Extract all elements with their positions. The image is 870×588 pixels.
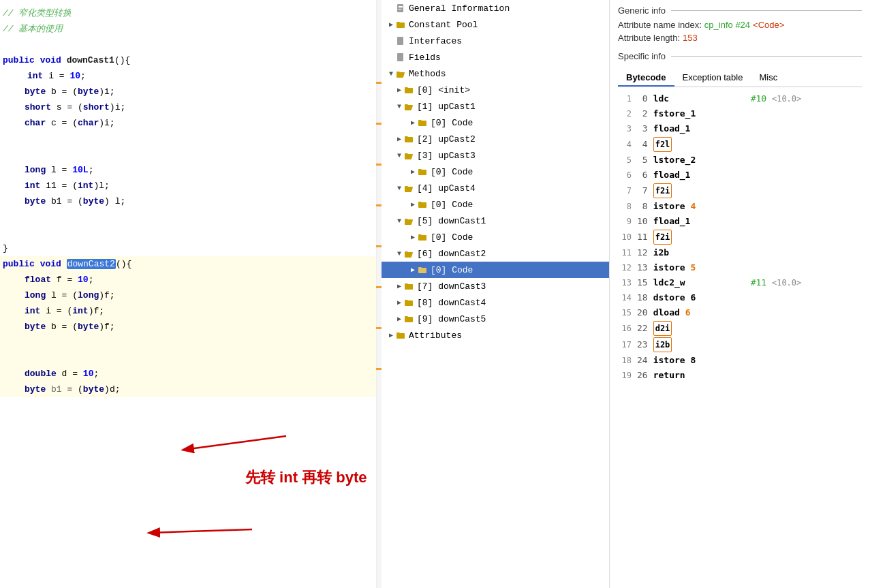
scroll-marker-3 — [376, 164, 382, 166]
code-line-23 — [0, 350, 381, 366]
right-panel: Generic info Attribute name index: cp_in… — [610, 0, 870, 588]
scroll-marker-8 — [376, 368, 382, 370]
bc-row-14: 14 18 dstore 6 — [618, 290, 862, 305]
tree-label: [0] <init> — [417, 85, 470, 95]
tree-label: [4] upCast4 — [417, 183, 476, 194]
folder-open-icon — [395, 68, 406, 79]
tab-bytecode[interactable]: Bytecode — [618, 69, 674, 87]
tree-item-upcast1[interactable]: ▼ [1] upCast1 — [382, 98, 609, 114]
folder-icon — [403, 84, 414, 95]
file-icon — [395, 35, 406, 46]
code-line-21: byte b = (byte)f; — [0, 319, 381, 335]
code-line-18: float f = 10; — [0, 272, 381, 288]
code-line-10 — [0, 146, 381, 162]
code-line-1: // 窄化类型转换 — [0, 5, 381, 21]
tab-misc[interactable]: Misc — [751, 69, 786, 87]
folder-icon — [403, 134, 414, 144]
folder-open-icon — [403, 215, 414, 226]
code-line-12: int i1 = (int)l; — [0, 178, 381, 194]
tree-item-downcast2-code[interactable]: ▶ [0] Code — [382, 262, 609, 278]
folder-icon — [403, 281, 414, 292]
code-line-17: public void downCast2(){ — [0, 256, 381, 272]
specific-info-header: Specific info — [618, 51, 862, 61]
tree-item-downcast1[interactable]: ▼ [5] downCast1 — [382, 213, 609, 229]
code-line-7: short s = (short)i; — [0, 99, 381, 115]
tree-item-init[interactable]: ▶ [0] <init> — [382, 82, 609, 98]
bc-row-15: 15 20 dload 6 — [618, 305, 862, 320]
tree-label: [2] upCast2 — [417, 134, 476, 144]
code-line-5: int i = 10; — [0, 68, 381, 84]
bytecode-table: 1 0 ldc #10 <10.0> 2 2 fstore_1 3 3 floa… — [618, 91, 862, 383]
tree-label: [0] Code — [431, 232, 473, 243]
code-line-2: // 基本的使用 — [0, 21, 381, 37]
code-line-15 — [0, 225, 381, 241]
generic-info-header: Generic info — [618, 5, 862, 16]
folder-open-icon — [403, 150, 414, 161]
scroll-marker-5 — [376, 245, 382, 247]
folder-icon — [403, 297, 414, 308]
svg-line-1 — [184, 436, 286, 450]
tree-label: [5] downCast1 — [417, 216, 486, 226]
scroll-marker-7 — [376, 327, 382, 329]
bc-row-6: 6 6 fload_1 — [618, 168, 862, 183]
tree-item-fields[interactable]: Fields — [382, 49, 609, 65]
tree-label: Fields — [409, 52, 441, 63]
specific-info-title: Specific info — [618, 51, 666, 61]
generic-info-divider — [671, 10, 862, 11]
attr-name-value: cp_info #24 — [704, 20, 750, 30]
svg-rect-8 — [397, 37, 403, 45]
tree-label: [3] upCast3 — [417, 151, 476, 161]
tree-item-upcast4[interactable]: ▼ [4] upCast4 — [382, 180, 609, 196]
tree-label: [0] Code — [431, 167, 473, 177]
bc-row-9: 9 10 fload_1 — [618, 214, 862, 229]
tree-item-interfaces[interactable]: Interfaces — [382, 33, 609, 49]
code-scrollbar[interactable] — [376, 0, 382, 588]
folder-icon — [417, 199, 428, 210]
tree-item-upcast2[interactable]: ▶ [2] upCast2 — [382, 131, 609, 147]
scroll-marker-4 — [376, 204, 382, 206]
tree-item-upcast3[interactable]: ▼ [3] upCast3 — [382, 147, 609, 164]
bc-row-12: 12 13 istore 5 — [618, 260, 862, 275]
svg-rect-9 — [397, 53, 403, 61]
scroll-marker-2 — [376, 123, 382, 125]
generic-info-title: Generic info — [618, 5, 666, 16]
code-line-3 — [0, 37, 381, 52]
svg-rect-5 — [399, 6, 403, 7]
tree-label: [7] downCast3 — [417, 281, 486, 292]
tree-item-upcast1-code[interactable]: ▶ [0] Code — [382, 114, 609, 131]
tree-item-attributes[interactable]: ▶ Attributes — [382, 327, 609, 343]
tree-label: [6] downCast2 — [417, 249, 486, 259]
attr-name-code: <Code> — [753, 20, 784, 30]
tree-item-downcast3[interactable]: ▶ [7] downCast3 — [382, 278, 609, 294]
attr-length-value: 153 — [683, 33, 698, 43]
file-tree: General Information ▶ Constant Pool Inte… — [382, 0, 610, 588]
tree-item-methods[interactable]: ▼ Methods — [382, 65, 609, 82]
tree-label: Methods — [409, 69, 446, 79]
tab-exception-table[interactable]: Exception table — [674, 69, 751, 87]
tree-label: [0] Code — [431, 265, 473, 275]
tree-item-downcast5[interactable]: ▶ [9] downCast5 — [382, 311, 609, 327]
bc-row-4: 4 4 f2l — [618, 136, 862, 153]
tree-item-general[interactable]: General Information — [382, 0, 609, 16]
tree-item-constant-pool[interactable]: ▶ Constant Pool — [382, 16, 609, 33]
svg-rect-7 — [399, 9, 401, 10]
tree-label: Interfaces — [409, 36, 462, 46]
scroll-marker-1 — [376, 82, 382, 84]
tree-item-upcast3-code[interactable]: ▶ [0] Code — [382, 164, 609, 180]
bc-row-11: 11 12 i2b — [618, 245, 862, 260]
svg-line-3 — [150, 529, 252, 533]
folder-icon — [417, 232, 428, 243]
tree-item-downcast4[interactable]: ▶ [8] downCast4 — [382, 294, 609, 311]
code-line-13: byte b1 = (byte) l; — [0, 194, 381, 209]
tree-label: Attributes — [409, 330, 462, 341]
svg-rect-6 — [399, 7, 403, 8]
bytecode-content: 1 0 ldc #10 <10.0> 2 2 fstore_1 3 3 floa… — [618, 91, 862, 583]
tree-item-downcast2[interactable]: ▼ [6] downCast2 — [382, 245, 609, 262]
file-icon — [395, 52, 406, 63]
bc-row-17: 17 23 i2b — [618, 337, 862, 353]
tree-item-upcast4-code[interactable]: ▶ [0] Code — [382, 196, 609, 213]
bc-row-2: 2 2 fstore_1 — [618, 106, 862, 121]
tree-item-downcast1-code[interactable]: ▶ [0] Code — [382, 229, 609, 245]
scroll-marker-6 — [376, 286, 382, 288]
folder-icon — [403, 313, 414, 324]
